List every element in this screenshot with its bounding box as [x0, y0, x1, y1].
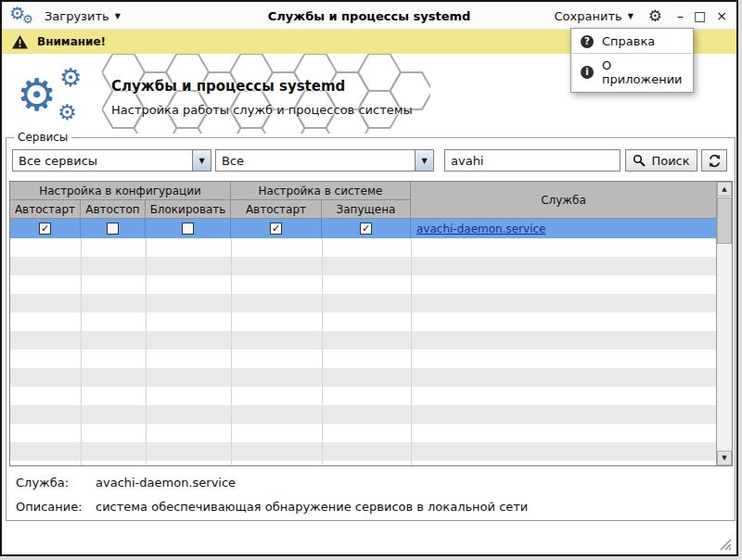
window-controls: – □ × — [677, 9, 727, 22]
load-button[interactable]: Загрузить ▼ — [45, 2, 121, 30]
close-button[interactable]: × — [716, 9, 727, 22]
settings-gear-button[interactable]: ⚙ — [648, 8, 662, 24]
combo-selected-value: Все — [216, 154, 415, 168]
column-divider — [146, 238, 147, 465]
info-icon: i — [581, 66, 594, 79]
scroll-thumb[interactable] — [717, 197, 732, 244]
menu-item-about-label: О приложении — [602, 58, 684, 86]
header-service: Служба — [411, 182, 716, 219]
column-divider — [411, 238, 412, 465]
service-filter-combobox[interactable]: Все сервисы ▼ — [12, 149, 211, 172]
checkbox-running[interactable]: ✓ — [360, 223, 372, 235]
dropdown-menu: ? Справка i О приложении — [570, 28, 694, 93]
search-icon — [633, 154, 646, 167]
service-label: Служба: — [16, 476, 96, 490]
titlebar: ⚙ ⚙ Загрузить ▼ Службы и процессы system… — [2, 2, 736, 30]
minimize-button[interactable]: – — [677, 9, 684, 22]
checkbox-autostart-system[interactable]: ✓ — [270, 223, 282, 235]
table-header: Настройка в конфигурации Настройка в сис… — [10, 182, 716, 219]
refresh-icon — [708, 154, 722, 168]
combo-selected-value: Все сервисы — [13, 154, 192, 168]
menu-item-help[interactable]: ? Справка — [571, 32, 693, 51]
menu-item-about[interactable]: i О приложении — [571, 56, 693, 89]
resize-grip[interactable] — [719, 538, 732, 551]
service-value: avachi-daemon.service — [96, 476, 236, 490]
chevron-down-icon: ▼ — [115, 12, 121, 20]
menu-separator — [572, 53, 692, 54]
chevron-down-icon: ▼ — [198, 157, 204, 165]
description-value: система обеспечивающая обнаружение серви… — [96, 500, 528, 514]
header-block: Блокировать — [146, 200, 231, 219]
scroll-up-button[interactable]: ▲ — [717, 182, 732, 197]
chevron-down-icon: ▼ — [421, 157, 427, 165]
search-button[interactable]: Поиск — [625, 149, 697, 172]
search-button-label: Поиск — [651, 154, 689, 168]
refresh-button[interactable] — [701, 149, 727, 172]
menu-item-help-label: Справка — [602, 34, 655, 48]
empty-rows — [10, 238, 716, 465]
chevron-down-icon: ▼ — [628, 12, 633, 20]
app-logo-gear-icon: ⚙ — [59, 65, 82, 90]
checkbox-autostop[interactable] — [107, 223, 119, 235]
service-link[interactable]: avachi-daemon.service — [416, 223, 545, 235]
header-config-group: Настройка в конфигурации — [10, 182, 231, 200]
details-service-row: Служба: avachi-daemon.service — [16, 476, 725, 490]
banner-title: Службы и процессы systemd — [111, 78, 345, 95]
warning-icon — [11, 34, 29, 50]
load-button-label: Загрузить — [45, 9, 109, 23]
gear-icon: ⚙ — [22, 13, 33, 25]
warning-label: Внимание! — [37, 35, 106, 48]
description-label: Описание: — [16, 500, 96, 514]
banner-subtitle: Настройка работы служб и процессов систе… — [111, 103, 413, 117]
groupbox-legend: Сервисы — [14, 131, 71, 144]
help-icon: ? — [581, 35, 594, 48]
checkbox-autostart-config[interactable]: ✓ — [39, 223, 51, 235]
combo-dropdown-button[interactable]: ▼ — [192, 150, 211, 171]
checkbox-block[interactable] — [182, 223, 194, 235]
vertical-scrollbar[interactable]: ▲ ▼ — [716, 182, 732, 465]
header-autostart-system: Автостарт — [231, 200, 322, 219]
details-description-row: Описание: система обеспечивающая обнаруж… — [16, 500, 725, 514]
search-input[interactable] — [444, 149, 620, 172]
header-running: Запущена — [322, 200, 411, 219]
services-groupbox: Сервисы Все сервисы ▼ Все ▼ Поиск — [6, 137, 736, 521]
save-button-label: Сохранить — [555, 9, 622, 23]
scroll-down-button[interactable]: ▼ — [717, 451, 732, 465]
header-autostart-config: Автостарт — [10, 200, 81, 219]
column-divider — [322, 238, 323, 465]
restore-button[interactable]: □ — [694, 9, 706, 22]
combo-dropdown-button[interactable]: ▼ — [415, 150, 433, 171]
state-filter-combobox[interactable]: Все ▼ — [215, 149, 434, 172]
header-autostop: Автостоп — [81, 200, 146, 219]
app-logo-gear-icon: ⚙ — [17, 72, 57, 117]
column-divider — [81, 238, 82, 465]
header-system-group: Настройка в системе — [231, 182, 411, 200]
table-row[interactable]: ✓ ✓ ✓ avachi-daemon.service — [10, 219, 716, 238]
app-window: ⚙ ⚙ Загрузить ▼ Службы и процессы system… — [0, 0, 738, 556]
app-gears-icon: ⚙ ⚙ — [9, 4, 39, 28]
window-title: Службы и процессы systemd — [187, 9, 551, 23]
save-button[interactable]: Сохранить ▼ — [555, 2, 633, 30]
services-table: Настройка в конфигурации Настройка в сис… — [9, 181, 733, 466]
app-logo-gear-icon: ⚙ — [58, 102, 77, 123]
column-divider — [231, 238, 232, 465]
